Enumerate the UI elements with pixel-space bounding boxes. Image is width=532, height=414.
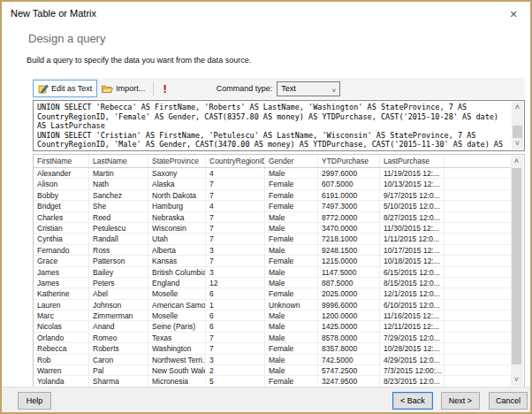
grid-cell: Hamburg	[148, 201, 206, 211]
grid-cell: 2	[206, 365, 265, 375]
grid-cell: 6	[206, 321, 265, 331]
grid-cell: Moselle	[148, 288, 206, 298]
grid-cell: 6191.0000	[318, 190, 380, 200]
edit-as-text-button[interactable]: Edit as Text	[33, 80, 97, 97]
table-row: GracePattersonKansas7Female1215.000010/1…	[34, 256, 512, 266]
query-designer-toolbar: Edit as Text Import... ! Command type: T…	[33, 78, 525, 99]
grid-cell: 7	[206, 223, 265, 233]
grid-cell: Male	[265, 355, 318, 364]
close-icon[interactable]: ✕	[506, 7, 521, 21]
table-row: BobbySanchezNorth Dakota7Female6191.0000…	[34, 190, 512, 201]
grid-cell: Nebraska	[148, 212, 206, 222]
grid-cell: 6/10/2015 12:0...	[380, 300, 445, 310]
grid-cell: Roberts	[89, 343, 148, 353]
grid-cell: 7	[206, 179, 265, 188]
grid-cell: Randall	[89, 234, 148, 243]
grid-cell: Cynthia	[34, 234, 89, 243]
toolbar-separator	[153, 81, 154, 96]
grid-cell: Peters	[89, 278, 148, 288]
grid-cell: Male	[265, 333, 318, 342]
grid-cell: 4/29/2015 12:0...	[380, 355, 445, 364]
grid-cell: 8/27/2015 12:0...	[380, 212, 445, 222]
back-button[interactable]: < Back	[392, 392, 433, 410]
scroll-down-icon[interactable]: ˅	[511, 374, 522, 386]
grid-cell: Female	[265, 179, 318, 188]
scroll-up-icon[interactable]: ˄	[511, 156, 522, 167]
grid-cell: 1147.5000	[318, 267, 380, 277]
column-header-gender[interactable]: Gender	[265, 155, 318, 167]
help-button[interactable]: Help	[18, 392, 51, 410]
grid-cell: Seine (Paris)	[148, 321, 206, 331]
grid-cell: 2997.6000	[318, 168, 380, 178]
grid-cell: 9/17/2015 12:0...	[380, 190, 445, 200]
run-query-icon[interactable]: !	[159, 82, 170, 96]
scroll-down-icon[interactable]: ˅	[512, 138, 523, 150]
grid-cell: Male	[265, 212, 318, 222]
grid-cell: 8578.0000	[318, 333, 380, 342]
grid-cell: Fernando	[34, 245, 89, 255]
grid-cell: Caron	[89, 355, 148, 364]
grid-cell: 3	[206, 267, 265, 277]
sql-query-text[interactable]: UNION SELECT 'Rebecca' AS FirstName, 'Ro…	[34, 101, 513, 151]
grid-cell: British Columbia	[148, 267, 206, 277]
grid-cell: Kansas	[148, 256, 206, 265]
table-row: JamesBaileyBritish Columbia3Male1147.500…	[34, 267, 512, 278]
grid-cell: 2025.0000	[318, 288, 380, 298]
grid-cell: Lauren	[34, 300, 89, 310]
grid-cell: 1/11/2015 12:0...	[380, 234, 445, 243]
grid-cell: 7/3/2015 12:00:...	[380, 365, 445, 375]
cancel-button[interactable]: Cancel	[489, 392, 528, 410]
grid-cell: 11/16/2015 12:...	[380, 310, 445, 320]
column-header-ytdpurchase[interactable]: YTDPurchase	[318, 155, 380, 167]
edit-as-text-label: Edit as Text	[51, 84, 92, 93]
column-header-firstname[interactable]: FirstName	[34, 155, 89, 167]
sql-query-editor[interactable]: UNION SELECT 'Rebecca' AS FirstName, 'Ro…	[33, 100, 525, 151]
grid-body: AlexanderMartinSaxony4Male2997.600011/19…	[34, 168, 512, 387]
import-button[interactable]: Import...	[97, 80, 149, 97]
grid-cell: Female	[265, 190, 318, 200]
title-bar: New Table or Matrix ✕	[2, 2, 530, 25]
grid-cell: Sanchez	[89, 190, 148, 200]
grid-cell: Washington	[148, 343, 206, 353]
grid-cell: Bobby	[34, 190, 89, 200]
grid-cell: 7	[206, 333, 265, 342]
edit-as-text-icon	[38, 83, 49, 94]
grid-cell: Male	[265, 245, 318, 255]
grid-cell: 10/13/2015 12:...	[380, 179, 445, 188]
column-header-lastpurchase[interactable]: LastPurchase	[380, 155, 445, 167]
scrollbar-thumb[interactable]	[513, 126, 522, 138]
grid-cell: Johnson	[89, 300, 148, 310]
grid-cell: Sharma	[89, 376, 148, 386]
grid-cell: 12/11/2015 12:...	[380, 321, 445, 331]
grid-cell: Yolanda	[34, 376, 89, 386]
table-row: RebeccaRobertsWashington7Female8357.8000…	[34, 343, 512, 354]
grid-cell: 7218.1000	[318, 234, 380, 243]
column-header-countryregionid[interactable]: CountryRegionID	[206, 155, 265, 167]
grid-cell: 9248.1500	[318, 245, 380, 255]
grid-cell: 11/19/2015 12:...	[380, 168, 445, 178]
grid-cell: 607.5000	[318, 179, 380, 188]
grid-cell: Bridget	[34, 201, 89, 211]
command-type-dropdown[interactable]: Text ˅	[277, 81, 340, 96]
scroll-up-icon[interactable]: ˄	[512, 102, 523, 113]
grid-cell: American Samoa	[148, 300, 206, 310]
table-row: CynthiaRandallUtah7Female7218.10001/11/2…	[34, 234, 512, 244]
grid-cell: 3247.9500	[318, 376, 380, 386]
grid-cell: 8772.0000	[318, 212, 380, 222]
grid-cell: Warren	[34, 365, 89, 375]
next-button[interactable]: Next >	[441, 392, 480, 410]
scrollbar-thumb[interactable]	[512, 168, 521, 364]
table-row: WarrenPalNew South Wales2Male5747.25007/…	[34, 365, 512, 376]
table-row: AlisonNathAlaska7Female607.500010/13/201…	[34, 179, 512, 189]
column-header-lastname[interactable]: LastName	[89, 155, 148, 167]
grid-cell: 1215.0000	[318, 256, 380, 265]
grid-scrollbar[interactable]: ˄ ˅	[511, 156, 523, 386]
table-row: FernandoRossAlberta3Male9248.150010/17/2…	[34, 245, 512, 256]
grid-cell: Male	[265, 278, 318, 288]
grid-cell: Rob	[34, 355, 89, 364]
grid-cell: 1425.0000	[318, 321, 380, 331]
grid-cell: 8/15/2015 12:0...	[380, 278, 445, 288]
grid-cell: 5/10/2015 12:0...	[380, 201, 445, 211]
column-header-stateprovince[interactable]: StateProvince	[148, 155, 206, 167]
sql-editor-scrollbar[interactable]: ˄ ˅	[512, 102, 523, 150]
